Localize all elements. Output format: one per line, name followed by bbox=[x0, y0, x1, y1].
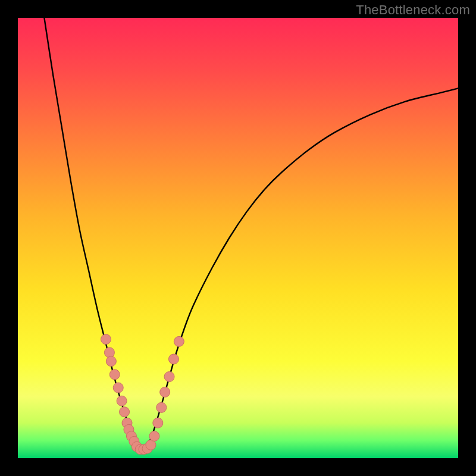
marker-dot bbox=[101, 334, 111, 345]
marker-dot bbox=[113, 383, 123, 393]
marker-dot bbox=[164, 372, 174, 382]
marker-dot bbox=[120, 407, 130, 417]
curve-right-arm bbox=[141, 88, 458, 449]
marker-dot bbox=[174, 336, 184, 346]
marker-dot bbox=[117, 396, 127, 406]
marker-dot bbox=[104, 347, 114, 358]
marker-group bbox=[101, 334, 184, 455]
marker-dot bbox=[153, 418, 163, 428]
marker-dot bbox=[109, 369, 120, 380]
marker-dot bbox=[168, 354, 178, 364]
watermark-text: TheBottleneck.com bbox=[356, 2, 470, 18]
marker-dot bbox=[160, 387, 170, 397]
marker-dot bbox=[156, 402, 167, 412]
curve-left-arm bbox=[44, 18, 141, 449]
marker-dot bbox=[149, 431, 159, 441]
stage: TheBottleneck.com bbox=[0, 0, 476, 476]
marker-dot bbox=[106, 356, 116, 367]
chart-overlay bbox=[18, 18, 458, 458]
